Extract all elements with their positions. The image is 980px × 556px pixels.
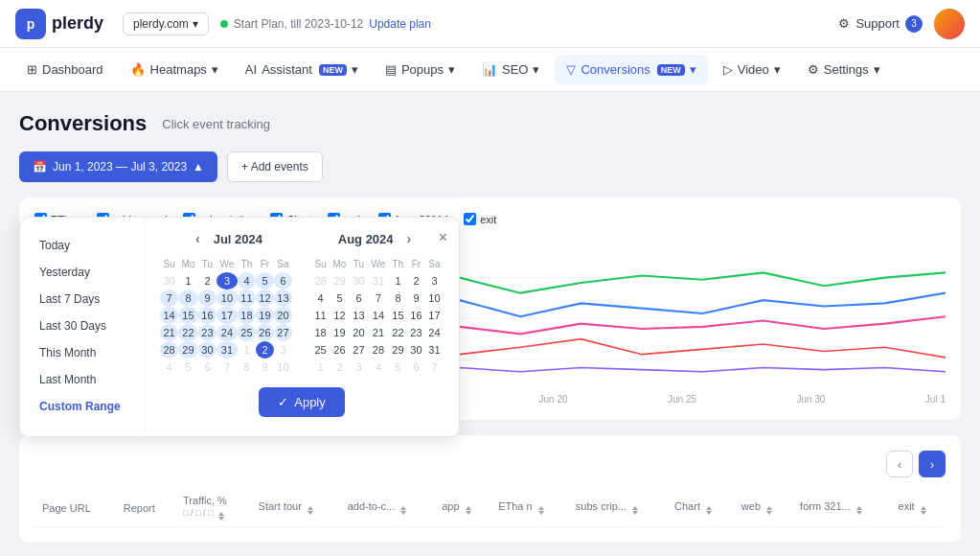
- cal-day[interactable]: 20: [350, 324, 368, 341]
- cal-day[interactable]: 29: [178, 341, 198, 359]
- cal-day[interactable]: 6: [350, 290, 368, 307]
- table-next-button[interactable]: ›: [919, 451, 946, 477]
- col-app[interactable]: app: [434, 489, 490, 527]
- cal-day[interactable]: 3: [217, 272, 238, 290]
- cal-day[interactable]: 4: [238, 272, 256, 290]
- prev-month-button[interactable]: ‹: [190, 229, 206, 248]
- cal-day[interactable]: 6: [198, 359, 217, 376]
- cal-day[interactable]: 24: [425, 324, 444, 341]
- cal-day[interactable]: 17: [425, 307, 444, 324]
- col-ethan[interactable]: ETha n: [490, 489, 568, 527]
- cal-day[interactable]: 16: [407, 307, 425, 324]
- quick-option-custom[interactable]: Custom Range: [32, 394, 132, 419]
- cal-day[interactable]: 27: [350, 341, 368, 359]
- cal-day[interactable]: 5: [330, 290, 350, 307]
- cal-day[interactable]: 6: [407, 359, 425, 376]
- col-web[interactable]: web: [734, 489, 792, 527]
- cal-day[interactable]: 30: [160, 272, 178, 290]
- cal-day[interactable]: 7: [160, 290, 178, 307]
- cal-day[interactable]: 31: [425, 341, 444, 359]
- cal-day[interactable]: 11: [311, 307, 330, 324]
- nav-settings[interactable]: ⚙ Settings ▾: [796, 55, 892, 84]
- cal-day[interactable]: 3: [350, 359, 368, 376]
- quick-option-thismonth[interactable]: This Month: [32, 340, 132, 365]
- quick-option-today[interactable]: Today: [32, 233, 132, 258]
- nav-popups[interactable]: ▤ Popups ▾: [374, 55, 467, 84]
- col-form321[interactable]: form 321...: [792, 489, 890, 527]
- legend-exit-checkbox[interactable]: [464, 213, 476, 225]
- cal-day[interactable]: 7: [368, 290, 389, 307]
- update-plan-link[interactable]: Update plan: [369, 17, 431, 31]
- cal-day[interactable]: 15: [178, 307, 198, 324]
- cal-day[interactable]: 22: [178, 324, 198, 341]
- cal-day[interactable]: 4: [160, 359, 178, 376]
- cal-day[interactable]: 1: [178, 272, 198, 290]
- cal-day[interactable]: 18: [311, 324, 330, 341]
- cal-day[interactable]: 28: [368, 341, 389, 359]
- col-chart[interactable]: Chart: [667, 489, 734, 527]
- apply-button[interactable]: ✓ Apply: [259, 387, 345, 417]
- cal-day[interactable]: 13: [274, 290, 292, 307]
- cal-day[interactable]: 16: [198, 307, 217, 324]
- cal-day[interactable]: 1: [389, 272, 407, 290]
- cal-day[interactable]: 30: [407, 341, 425, 359]
- cal-day[interactable]: 27: [274, 324, 292, 341]
- cal-day[interactable]: 9: [198, 290, 217, 307]
- cal-day[interactable]: 1: [238, 341, 256, 359]
- col-traffic[interactable]: Traffic, % □ / □ / □: [175, 489, 251, 527]
- cal-day[interactable]: 21: [368, 324, 389, 341]
- cal-day[interactable]: 19: [256, 307, 274, 324]
- cal-day[interactable]: 18: [238, 307, 256, 324]
- cal-day[interactable]: 26: [256, 324, 274, 341]
- cal-day[interactable]: 31: [368, 272, 389, 290]
- cal-day[interactable]: 28: [160, 341, 178, 359]
- cal-day[interactable]: 14: [160, 307, 178, 324]
- next-month-button[interactable]: ›: [401, 229, 418, 248]
- cal-day[interactable]: 4: [368, 359, 389, 376]
- cal-day[interactable]: 1: [311, 359, 330, 376]
- cal-day[interactable]: 5: [178, 359, 198, 376]
- cal-day[interactable]: 20: [274, 307, 292, 324]
- table-prev-button[interactable]: ‹: [886, 451, 913, 477]
- col-start-tour[interactable]: Start tour: [251, 489, 340, 527]
- nav-conversions[interactable]: ▽ Conversions NEW ▾: [555, 55, 707, 84]
- nav-dashboard[interactable]: ⊞ Dashboard: [15, 55, 115, 84]
- cal-day[interactable]: 5: [389, 359, 407, 376]
- cal-day[interactable]: 26: [330, 341, 350, 359]
- cal-day[interactable]: 2: [256, 341, 274, 359]
- support-button[interactable]: ⚙ Support 3: [838, 15, 923, 33]
- nav-assistant[interactable]: AI Assistant NEW ▾: [234, 55, 370, 84]
- cal-day[interactable]: 2: [330, 359, 350, 376]
- close-icon[interactable]: ×: [439, 229, 447, 246]
- cal-day[interactable]: 25: [311, 341, 330, 359]
- cal-day[interactable]: 22: [389, 324, 407, 341]
- cal-day[interactable]: 6: [274, 272, 292, 290]
- col-exit[interactable]: exit: [891, 489, 946, 527]
- cal-day[interactable]: 23: [407, 324, 425, 341]
- cal-day[interactable]: 30: [198, 341, 217, 359]
- cal-day[interactable]: 8: [178, 290, 198, 307]
- add-events-button[interactable]: + Add events: [227, 151, 323, 182]
- cal-day[interactable]: 5: [256, 272, 274, 290]
- cal-day[interactable]: 28: [311, 272, 330, 290]
- cal-day[interactable]: 29: [330, 272, 350, 290]
- cal-day[interactable]: 12: [256, 290, 274, 307]
- cal-day[interactable]: 23: [198, 324, 217, 341]
- quick-option-lastmonth[interactable]: Last Month: [32, 367, 132, 392]
- cal-day[interactable]: 10: [217, 290, 238, 307]
- cal-day[interactable]: 24: [217, 324, 238, 341]
- cal-day[interactable]: 7: [217, 359, 238, 376]
- cal-day[interactable]: 17: [217, 307, 238, 324]
- nav-heatmaps[interactable]: 🔥 Heatmaps ▾: [119, 55, 230, 84]
- cal-day[interactable]: 2: [407, 272, 425, 290]
- cal-day[interactable]: 2: [198, 272, 217, 290]
- quick-option-last30[interactable]: Last 30 Days: [32, 313, 132, 338]
- cal-day[interactable]: 10: [425, 290, 444, 307]
- col-subs[interactable]: subs crip...: [568, 489, 667, 527]
- nav-seo[interactable]: 📊 SEO ▾: [470, 55, 551, 84]
- cal-day[interactable]: 7: [425, 359, 444, 376]
- cal-day[interactable]: 9: [407, 290, 425, 307]
- date-range-button[interactable]: 📅 Jun 1, 2023 — Jul 3, 2023 ▲: [19, 151, 217, 182]
- cal-day[interactable]: 3: [274, 341, 292, 359]
- cal-day[interactable]: 19: [330, 324, 350, 341]
